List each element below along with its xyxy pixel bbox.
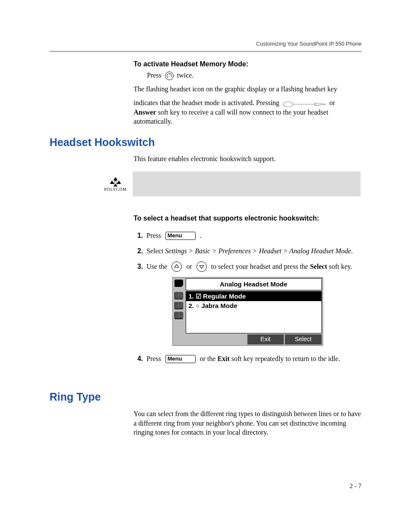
line-status-icon: [174, 280, 183, 287]
menu-button-icon: Menu: [165, 355, 196, 363]
svg-marker-7: [113, 180, 118, 184]
svg-point-0: [283, 102, 293, 107]
lcd-body: 1. ☑ Regular Mode 2. ○ Jabra Mode: [186, 291, 322, 333]
bold-answer: Answer: [134, 109, 156, 116]
step-2-dot: .: [351, 247, 353, 255]
step-3-rest: to select your headset and press the Sel…: [211, 261, 352, 272]
subheading-select-headset: To select a headset that supports electr…: [134, 215, 361, 222]
step-1: 1. Press Menu .: [134, 230, 361, 241]
page-number: 2 - 7: [350, 482, 362, 490]
softkey-exit: Exit: [247, 334, 284, 345]
text-indicates: indicates that the headset mode is activ…: [134, 99, 280, 106]
text-answer-rest: soft key to receive a call will now conn…: [134, 109, 328, 125]
step-4-tail: soft key repeatedly to return to the idl…: [230, 355, 340, 362]
arrow-up-icon: [171, 261, 182, 272]
arrow-down-icon: [196, 261, 207, 272]
polycom-mark-icon: [109, 176, 122, 187]
step-4-orthe: or the: [200, 355, 218, 362]
step-3-use: Use the: [146, 261, 167, 272]
step-3-select-bold: Select: [310, 263, 327, 270]
svg-marker-3: [315, 103, 326, 106]
step-1-dot: .: [200, 230, 202, 241]
polycom-logo: POLYCOM: [103, 176, 128, 192]
para-flashing: The flashing headset icon on the graphic…: [134, 84, 361, 94]
subheading-activate: To activate Headset Memory Mode:: [134, 60, 361, 68]
para-ring-type: You can select from the different ring t…: [134, 409, 361, 437]
step-4-press: Press: [146, 354, 161, 364]
step-num-3: 3.: [134, 261, 143, 272]
para-indicates: indicates that the headset mode is activ…: [134, 98, 361, 108]
heading-hookswitch: Headset Hookswitch: [50, 136, 155, 149]
para-answer: Answer soft key to receive a call will n…: [134, 108, 361, 126]
step-2-text: Select Settings > Basic > Preferences > …: [146, 246, 353, 256]
step-3: 3. Use the or to select your headset and…: [134, 261, 361, 272]
step-num-4: 4.: [134, 354, 143, 364]
step-4: 4. Press Menu or the Exit soft key repea…: [134, 354, 361, 364]
keypad-icon: [174, 312, 183, 319]
line-key-icon: [283, 100, 326, 106]
svg-marker-8: [113, 184, 118, 187]
para-hookswitch-intro: This feature enables electronic hookswit…: [134, 154, 361, 164]
lcd-softkeys: Exit Select: [173, 334, 323, 345]
keypad-icon: [174, 292, 183, 299]
phone-lcd: Analog Headset Mode 1. ☑ Regular Mode 2.…: [172, 277, 323, 346]
step-2-select: Select: [146, 247, 165, 255]
softkey-select: Select: [285, 334, 322, 345]
header-rule: [50, 51, 361, 52]
step-press-twice: Press twice.: [147, 71, 361, 80]
polycom-wordmark: POLYCOM: [104, 187, 127, 192]
step-2-path: Settings > Basic > Preferences > Headset…: [165, 247, 351, 255]
step-1-press: Press: [146, 230, 161, 241]
svg-marker-4: [113, 177, 118, 180]
text-press: Press: [147, 72, 162, 79]
text-or: or: [330, 99, 335, 106]
running-header: Customizing Your SoundPoint IP 550 Phone: [256, 41, 361, 47]
lcd-title: Analog Headset Mode: [186, 278, 322, 290]
keypad-icon: [174, 302, 183, 309]
step-4-exit-bold: Exit: [218, 355, 230, 362]
menu-button-icon: Menu: [165, 232, 196, 240]
step-num-1: 1.: [134, 230, 143, 241]
text-twice: twice.: [177, 72, 194, 79]
step-2: 2. Select Settings > Basic > Preferences…: [134, 246, 361, 256]
heading-ring-type: Ring Type: [50, 391, 101, 403]
lcd-option-selected: 1. ☑ Regular Mode: [186, 292, 321, 301]
lcd-option: 2. ○ Jabra Mode: [186, 301, 321, 310]
step-3-toselect: to select your headset and press the: [211, 263, 310, 270]
headset-icon: [165, 72, 174, 80]
step-3-or: or: [186, 261, 192, 272]
step-4-rest: or the Exit soft key repeatedly to retur…: [200, 354, 340, 364]
step-num-2: 2.: [134, 246, 143, 256]
step-3-softkey: soft key.: [327, 263, 352, 270]
note-bar: [133, 171, 361, 196]
